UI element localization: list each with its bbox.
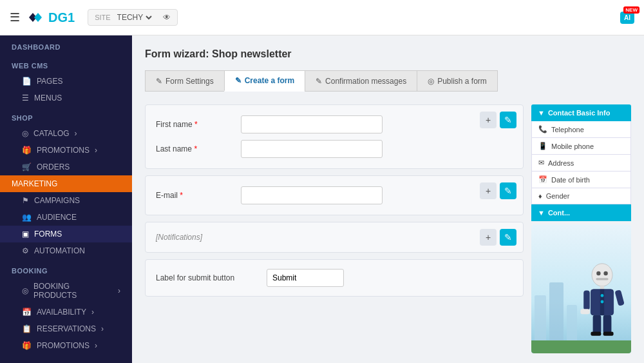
form-area: + ✎ First name * Last name * — [145, 104, 631, 353]
eye-icon[interactable]: 👁 — [163, 13, 171, 22]
section-actions-2: + ✎ — [480, 182, 516, 199]
telephone-label: Telephone — [551, 126, 584, 133]
logo: DG1 — [28, 10, 75, 25]
first-name-input[interactable] — [241, 115, 383, 133]
tab-confirmation-messages[interactable]: ✎ Confirmation messages — [305, 70, 417, 92]
promotions-icon: 🎁 — [22, 146, 32, 155]
site-selector[interactable]: SITE TECHY 👁 — [88, 9, 177, 26]
publish-icon: ◎ — [428, 77, 434, 86]
add-field-button-2[interactable]: + — [480, 182, 497, 199]
mobile-label: Mobile phone — [551, 142, 594, 150]
svg-point-1 — [596, 271, 600, 275]
submit-input[interactable] — [267, 269, 344, 287]
ground — [531, 340, 631, 353]
contact-section2-label: Cont... — [548, 209, 570, 217]
sidebar-item-pages-label: PAGES — [37, 77, 62, 86]
required-indicator2: * — [194, 144, 197, 153]
ai-button[interactable]: AI NEW — [620, 12, 634, 24]
sidebar-item-promotions-shop-label: PROMOTIONS — [37, 146, 90, 155]
contact-section2[interactable]: ▼ Cont... — [531, 204, 631, 221]
promotions-booking-icon: 🎁 — [22, 341, 32, 350]
contact-dob[interactable]: 📅 Date of birth — [531, 172, 631, 188]
sidebar-item-forms-label: FORMS — [34, 230, 62, 239]
tab-create-form-label: Create a form — [245, 76, 294, 85]
sidebar-item-campaigns-label: CAMPAIGNS — [34, 196, 80, 205]
dob-icon: 📅 — [538, 175, 547, 184]
tabs: ✎ Form Settings ✎ Create a form ✎ Confir… — [145, 70, 631, 92]
contact-gender[interactable]: ♦ Gender — [531, 188, 631, 204]
edit-section-button-2[interactable]: ✎ — [500, 182, 516, 199]
svg-rect-3 — [596, 278, 608, 280]
add-field-button-3[interactable]: + — [480, 229, 497, 246]
last-name-label: Last name * — [156, 144, 233, 153]
site-label: SITE — [95, 14, 110, 21]
sidebar-item-menus-label: MENUS — [34, 93, 62, 103]
sidebar-item-automation-label: AUTOMATION — [34, 246, 85, 255]
sidebar-section-mobile[interactable]: MOBILE APP — [0, 354, 132, 363]
sidebar-item-campaigns[interactable]: ⚑ CAMPAIGNS — [0, 192, 132, 209]
sidebar-item-orders-label: ORDERS — [37, 162, 70, 172]
sidebar-item-catalog[interactable]: ◎ CATALOG › — [0, 125, 132, 142]
sidebar-item-promotions-shop[interactable]: 🎁 PROMOTIONS › — [0, 142, 132, 159]
submit-row: Label for submit button — [145, 259, 524, 297]
tab-create-form[interactable]: ✎ Create a form — [224, 70, 305, 92]
sidebar-item-audience[interactable]: 👥 AUDIENCE — [0, 209, 132, 226]
edit-section-button-1[interactable]: ✎ — [500, 112, 516, 128]
section2-filter-icon: ▼ — [538, 209, 545, 217]
section-actions-1: + ✎ — [480, 112, 516, 128]
layout: DASHBOARD WEB CMS 📄 PAGES ☰ MENUS SHOP ◎… — [0, 35, 644, 363]
contact-mobile[interactable]: 📱 Mobile phone — [531, 138, 631, 155]
chevron-right-icon6: › — [95, 341, 97, 350]
robot-svg — [576, 257, 628, 347]
email-input[interactable] — [241, 186, 383, 204]
audience-icon: 👥 — [22, 213, 32, 222]
sidebar-item-audience-label: AUDIENCE — [37, 213, 77, 222]
tab-confirmation-label: Confirmation messages — [325, 77, 406, 86]
booking-products-icon: ◎ — [22, 286, 28, 295]
svg-rect-15 — [603, 331, 614, 335]
contact-telephone[interactable]: 📞 Telephone — [531, 121, 631, 138]
building2 — [549, 282, 564, 340]
sidebar-item-booking-products[interactable]: ◎ BOOKING PRODUCTS › — [0, 278, 132, 304]
last-name-input[interactable] — [241, 140, 383, 158]
tab-form-settings[interactable]: ✎ Form Settings — [145, 70, 224, 92]
first-name-label: First name * — [156, 120, 233, 129]
telephone-icon: 📞 — [538, 125, 547, 133]
site-dropdown[interactable]: TECHY — [115, 12, 154, 23]
tab-publish[interactable]: ◎ Publish a form — [417, 70, 498, 92]
add-field-button-1[interactable]: + — [480, 112, 497, 128]
svg-rect-14 — [591, 331, 601, 335]
gender-label: Gender — [546, 192, 570, 200]
svg-rect-9 — [583, 290, 590, 309]
sidebar-section-booking: BOOKING — [0, 259, 132, 278]
menu-icon[interactable]: ☰ — [10, 10, 20, 25]
sidebar-section-marketing[interactable]: MARKETING — [0, 175, 132, 192]
sidebar-item-orders[interactable]: 🛒 ORDERS — [0, 159, 132, 175]
sidebar-item-pages[interactable]: 📄 PAGES — [0, 73, 132, 90]
availability-icon: 📅 — [22, 308, 32, 317]
required-indicator: * — [194, 120, 198, 129]
svg-point-2 — [603, 271, 607, 275]
forms-icon: ▣ — [22, 230, 29, 239]
create-form-icon: ✎ — [235, 76, 242, 85]
page-title: Form wizard: Shop newsletter — [145, 48, 631, 60]
sidebar-item-booking-products-label: BOOKING PRODUCTS — [33, 282, 113, 300]
page-icon: 📄 — [22, 77, 32, 86]
sidebar-item-availability[interactable]: 📅 AVAILABILITY › — [0, 304, 132, 320]
sidebar-item-promotions-booking[interactable]: 🎁 PROMOTIONS › — [0, 337, 132, 354]
campaigns-icon: ⚑ — [22, 196, 29, 205]
contact-address[interactable]: ✉ Address — [531, 155, 631, 172]
sidebar-item-forms[interactable]: ▣ FORMS — [0, 226, 132, 242]
marketing-label: MARKETING — [12, 179, 57, 188]
gender-icon: ♦ — [538, 192, 542, 200]
sidebar-item-reservations[interactable]: 📋 RESERVATIONS › — [0, 320, 132, 337]
address-icon: ✉ — [538, 159, 544, 167]
sidebar-item-automation[interactable]: ⚙ AUTOMATION — [0, 242, 132, 259]
sidebar-item-menus[interactable]: ☰ MENUS — [0, 90, 132, 106]
last-name-row: Last name * — [156, 140, 513, 158]
sidebar-section-dashboard[interactable]: DASHBOARD — [0, 35, 132, 54]
edit-section-button-3[interactable]: ✎ — [500, 229, 516, 246]
form-builder: + ✎ First name * Last name * — [145, 104, 524, 353]
svg-rect-12 — [593, 315, 601, 333]
contact-panel-title: Contact Basic Info — [548, 109, 611, 117]
